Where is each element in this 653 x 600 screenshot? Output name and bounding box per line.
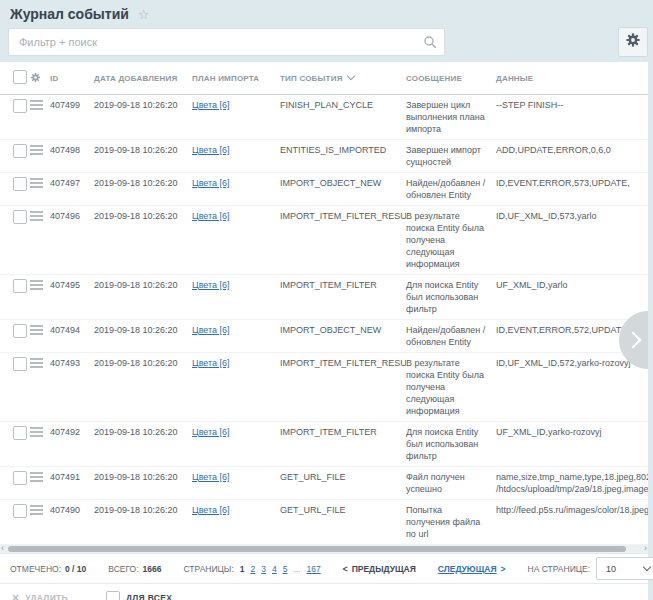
row-menu-burger-icon[interactable]	[30, 427, 43, 437]
pages-label: СТРАНИЦЫ:	[184, 564, 234, 574]
group-actions-bar: × УДАЛИТЬ ДЛЯ ВСЕХ	[0, 583, 648, 600]
prev-page-button[interactable]: < ПРЕДЫДУЩАЯ	[343, 564, 416, 574]
table-row: 407496 2019-09-18 10:26:20 Цвета [6] IMP…	[0, 206, 648, 275]
next-page-button[interactable]: СЛЕДУЮЩАЯ >	[438, 564, 506, 574]
table-row: 407499 2019-09-18 10:26:20 Цвета [6] FIN…	[0, 95, 648, 140]
cell-type: GET_URL_FILE	[280, 500, 406, 545]
cell-id: 407496	[50, 206, 94, 275]
chevron-left-icon: <	[343, 564, 348, 574]
table-row: 407493 2019-09-18 10:26:20 Цвета [6] IMP…	[0, 353, 648, 422]
chevron-down-icon	[643, 563, 651, 571]
for-all-label: ДЛЯ ВСЕХ	[126, 593, 172, 600]
horizontal-scrollbar[interactable]: ‹ ›	[0, 545, 648, 553]
plan-link[interactable]: Цвета [6]	[192, 211, 230, 221]
column-header-id[interactable]: ID	[50, 62, 94, 95]
row-menu-burger-icon[interactable]	[30, 505, 43, 515]
scroll-right-arrow-icon[interactable]: ›	[644, 543, 647, 553]
table-row: 407492 2019-09-18 10:26:20 Цвета [6] IMP…	[0, 422, 648, 467]
page-link[interactable]: 3	[261, 564, 266, 574]
page-link[interactable]: 2	[250, 564, 255, 574]
delete-button[interactable]: × УДАЛИТЬ	[12, 593, 68, 600]
filter-search-input[interactable]	[8, 28, 445, 56]
page-link[interactable]: 4	[272, 564, 277, 574]
row-menu-burger-icon[interactable]	[30, 280, 43, 290]
row-checkbox[interactable]	[13, 357, 27, 371]
for-all-checkbox[interactable]	[106, 591, 120, 600]
cell-date: 2019-09-18 10:26:20	[94, 140, 192, 173]
gear-icon	[625, 32, 641, 52]
row-checkbox[interactable]	[13, 99, 27, 113]
cell-date: 2019-09-18 10:26:20	[94, 500, 192, 545]
row-menu-burger-icon[interactable]	[30, 358, 43, 368]
plan-link[interactable]: Цвета [6]	[192, 472, 230, 482]
cell-message: Завершен цикл выполнения плана импорта	[406, 95, 496, 140]
row-checkbox[interactable]	[13, 210, 27, 224]
row-checkbox[interactable]	[13, 279, 27, 293]
prev-label: ПРЕДЫДУЩАЯ	[352, 564, 416, 574]
row-checkbox[interactable]	[13, 177, 27, 191]
column-header-data[interactable]: ДАННЫЕ	[496, 62, 648, 95]
per-page-select[interactable]: 10	[596, 557, 653, 580]
plan-link[interactable]: Цвета [6]	[192, 505, 230, 515]
cell-id: 407493	[50, 353, 94, 422]
row-menu-burger-icon[interactable]	[30, 325, 43, 335]
row-checkbox[interactable]	[13, 471, 27, 485]
per-page-label: НА СТРАНИЦЕ:	[528, 564, 591, 574]
cell-message: Для поиска Entity был использован фильтр	[406, 422, 496, 467]
cell-type: FINISH_PLAN_CYCLE	[280, 95, 406, 140]
plan-link[interactable]: Цвета [6]	[192, 100, 230, 110]
plan-link[interactable]: Цвета [6]	[192, 178, 230, 188]
cell-message: Файл получен успешно	[406, 467, 496, 500]
column-header-plan[interactable]: ПЛАН ИМПОРТА	[192, 62, 280, 95]
row-checkbox[interactable]	[13, 324, 27, 338]
settings-button[interactable]	[618, 27, 648, 57]
row-menu-burger-icon[interactable]	[30, 100, 43, 110]
cell-type: IMPORT_ITEM_FILTER	[280, 422, 406, 467]
table-row: 407498 2019-09-18 10:26:20 Цвета [6] ENT…	[0, 140, 648, 173]
columns-settings-gear-icon[interactable]	[30, 76, 41, 85]
favorite-star-icon[interactable]: ☆	[138, 7, 150, 22]
cell-type: IMPORT_ITEM_FILTER_RESULT	[280, 206, 406, 275]
per-page-value: 10	[606, 564, 616, 574]
cell-type: ENTITIES_IS_IMPORTED	[280, 140, 406, 173]
marked-value: 0 / 10	[65, 564, 86, 574]
chevron-right-icon: >	[501, 564, 506, 574]
row-checkbox[interactable]	[13, 426, 27, 440]
table-row: 407494 2019-09-18 10:26:20 Цвета [6] IMP…	[0, 320, 648, 353]
row-checkbox[interactable]	[13, 504, 27, 518]
plan-link[interactable]: Цвета [6]	[192, 427, 230, 437]
row-menu-burger-icon[interactable]	[30, 145, 43, 155]
page-link[interactable]: 5	[283, 564, 288, 574]
page-header: Журнал событий ☆	[0, 0, 653, 25]
row-menu-burger-icon[interactable]	[30, 178, 43, 188]
plan-link[interactable]: Цвета [6]	[192, 325, 230, 335]
select-all-checkbox[interactable]	[13, 70, 27, 84]
plan-link[interactable]: Цвета [6]	[192, 280, 230, 290]
plan-link[interactable]: Цвета [6]	[192, 145, 230, 155]
scroll-left-arrow-icon[interactable]: ‹	[1, 543, 4, 553]
marked-label: ОТМЕЧЕНО:	[10, 564, 61, 574]
filter-toolbar	[0, 25, 653, 62]
row-menu-burger-icon[interactable]	[30, 211, 43, 221]
table-header-row: ID ДАТА ДОБАВЛЕНИЯ ПЛАН ИМПОРТА ТИП СОБЫ…	[0, 62, 648, 95]
cell-date: 2019-09-18 10:26:20	[94, 206, 192, 275]
cell-message: Для поиска Entity был использован фильтр	[406, 275, 496, 320]
cell-id: 407492	[50, 422, 94, 467]
table-scroll-area: ID ДАТА ДОБАВЛЕНИЯ ПЛАН ИМПОРТА ТИП СОБЫ…	[0, 62, 648, 545]
page-last-link[interactable]: 167	[307, 564, 321, 574]
column-header-message[interactable]: СООБЩЕНИЕ	[406, 62, 496, 95]
plan-link[interactable]: Цвета [6]	[192, 358, 230, 368]
delete-label: УДАЛИТЬ	[25, 593, 68, 600]
total-counter: ВСЕГО: 1666	[108, 564, 161, 574]
cell-data: ID,EVENT,ERROR,573,UPDATE,	[496, 173, 648, 206]
row-checkbox[interactable]	[13, 144, 27, 158]
search-icon[interactable]	[423, 35, 437, 53]
page-numbers: СТРАНИЦЫ: 1 2 3 4 5 ... 167	[184, 564, 321, 574]
cell-date: 2019-09-18 10:26:20	[94, 422, 192, 467]
column-header-date[interactable]: ДАТА ДОБАВЛЕНИЯ	[94, 62, 192, 95]
row-menu-burger-icon[interactable]	[30, 472, 43, 482]
filter-search-box	[8, 28, 445, 56]
cell-data: ID,UF_XML_ID,572,yarko-rozovyj	[496, 353, 648, 422]
scroll-thumb[interactable]	[8, 546, 626, 552]
column-header-type[interactable]: ТИП СОБЫТИЯ	[280, 62, 406, 95]
